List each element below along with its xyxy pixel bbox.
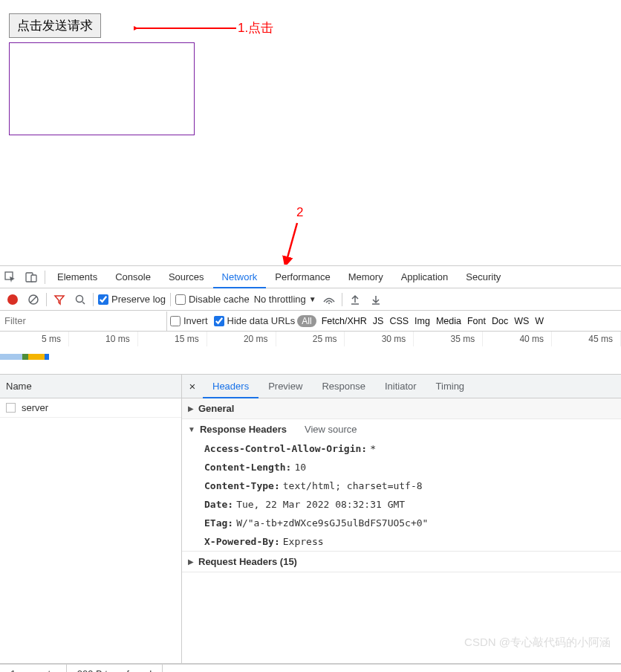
filter-type-img[interactable]: Img bbox=[414, 316, 430, 326]
detail-tab-timing[interactable]: Timing bbox=[426, 375, 475, 398]
network-conditions-icon[interactable] bbox=[321, 291, 337, 308]
hide-data-urls-check[interactable]: Hide data URLs bbox=[214, 315, 296, 326]
detail-tab-headers[interactable]: Headers bbox=[203, 375, 259, 398]
filter-type-js[interactable]: JS bbox=[373, 316, 384, 326]
disable-cache-label: Disable cache bbox=[189, 294, 250, 305]
header-content-type: Content-Type:text/html; charset=utf-8 bbox=[182, 476, 621, 495]
filter-type-fetch[interactable]: Fetch/XHR bbox=[322, 316, 367, 326]
result-box bbox=[9, 42, 195, 135]
tl-tick: 15 ms bbox=[138, 332, 207, 346]
tl-tick: 25 ms bbox=[276, 332, 345, 346]
disable-cache-check[interactable]: Disable cache bbox=[175, 294, 250, 305]
upload-har-icon[interactable] bbox=[347, 291, 363, 308]
filter-row: Invert Hide data URLs All Fetch/XHR JS C… bbox=[0, 311, 621, 332]
request-headers-label: Request Headers (15) bbox=[198, 556, 297, 567]
tl-tick: 20 ms bbox=[207, 332, 276, 346]
tab-sources[interactable]: Sources bbox=[160, 266, 213, 288]
tab-elements[interactable]: Elements bbox=[48, 266, 106, 288]
tl-tick: 30 ms bbox=[345, 332, 414, 346]
tl-tick: 45 ms bbox=[552, 332, 621, 346]
header-content-length: Content-Length:10 bbox=[182, 458, 621, 476]
preserve-log-label: Preserve log bbox=[111, 294, 166, 305]
network-toolbar: Preserve log Disable cache No throttling… bbox=[0, 288, 621, 311]
svg-point-10 bbox=[77, 295, 83, 302]
header-etag: ETag:W/"a-tb+zdWXce9sGJ5ulBdFS7UO5c+0" bbox=[182, 514, 621, 532]
detail-tab-response[interactable]: Response bbox=[312, 375, 375, 398]
annotation-2: 2 bbox=[296, 205, 303, 220]
response-headers-label: Response Headers bbox=[200, 424, 287, 435]
inspect-icon[interactable] bbox=[0, 267, 21, 288]
close-icon[interactable]: × bbox=[182, 380, 203, 392]
filter-type-all[interactable]: All bbox=[297, 315, 316, 327]
header-acao: Access-Control-Allow-Origin:* bbox=[182, 439, 621, 458]
tl-tick: 35 ms bbox=[414, 332, 483, 346]
devtools-tabstrip: Elements Console Sources Network Perform… bbox=[0, 266, 621, 288]
invert-label: Invert bbox=[183, 315, 208, 326]
general-label: General bbox=[198, 403, 234, 414]
tab-network[interactable]: Network bbox=[213, 266, 267, 288]
status-bar: 1 requests 209 B transferred bbox=[0, 664, 621, 672]
view-source-link[interactable]: View source bbox=[305, 424, 357, 435]
svg-line-1 bbox=[287, 223, 297, 260]
filter-type-ws[interactable]: WS bbox=[514, 316, 529, 326]
clear-icon[interactable] bbox=[25, 291, 42, 308]
file-icon bbox=[6, 403, 16, 413]
response-headers-section[interactable]: ▼Response HeadersView source bbox=[182, 419, 621, 439]
general-section[interactable]: ▶General bbox=[182, 398, 621, 419]
throttling-select[interactable]: No throttling▼ bbox=[254, 294, 316, 305]
status-transferred: 209 B transferred bbox=[67, 665, 163, 672]
watermark: CSDN @专心敲代码的小阿涵 bbox=[464, 636, 611, 650]
filter-icon[interactable] bbox=[51, 291, 68, 308]
tab-application[interactable]: Application bbox=[392, 266, 458, 288]
filter-type-wasm[interactable]: W bbox=[535, 316, 544, 326]
tab-performance[interactable]: Performance bbox=[266, 266, 339, 288]
detail-tab-initiator[interactable]: Initiator bbox=[375, 375, 426, 398]
request-headers-section[interactable]: ▶Request Headers (15) bbox=[182, 552, 621, 572]
svg-point-12 bbox=[328, 303, 330, 304]
filter-input[interactable] bbox=[0, 311, 167, 331]
hide-data-label: Hide data URLs bbox=[227, 315, 296, 326]
preserve-log-check[interactable]: Preserve log bbox=[98, 294, 166, 305]
device-toggle-icon[interactable] bbox=[21, 267, 42, 288]
svg-line-9 bbox=[30, 297, 36, 303]
request-row[interactable]: server bbox=[0, 398, 181, 418]
send-request-button[interactable]: 点击发送请求 bbox=[9, 13, 101, 38]
request-name: server bbox=[22, 402, 48, 413]
status-requests: 1 requests bbox=[0, 665, 67, 672]
timeline-overview[interactable]: 5 ms 10 ms 15 ms 20 ms 25 ms 30 ms 35 ms… bbox=[0, 332, 621, 375]
header-x-powered-by: X-Powered-By:Express bbox=[182, 532, 621, 551]
filter-type-media[interactable]: Media bbox=[436, 316, 461, 326]
devtools-panel: Elements Console Sources Network Perform… bbox=[0, 265, 621, 672]
tl-tick: 5 ms bbox=[0, 332, 69, 346]
tab-memory[interactable]: Memory bbox=[339, 266, 392, 288]
detail-tab-preview[interactable]: Preview bbox=[259, 375, 312, 398]
tl-tick: 10 ms bbox=[69, 332, 138, 346]
tab-console[interactable]: Console bbox=[106, 266, 160, 288]
throttling-label: No throttling bbox=[254, 294, 306, 305]
search-icon[interactable] bbox=[72, 291, 88, 308]
filter-type-doc[interactable]: Doc bbox=[492, 316, 508, 326]
svg-line-11 bbox=[82, 302, 85, 304]
svg-rect-7 bbox=[31, 275, 36, 282]
download-har-icon[interactable] bbox=[368, 291, 384, 308]
record-button[interactable] bbox=[4, 291, 21, 308]
request-detail: × Headers Preview Response Initiator Tim… bbox=[182, 375, 621, 663]
filter-type-css[interactable]: CSS bbox=[389, 316, 409, 326]
tl-tick: 40 ms bbox=[483, 332, 552, 346]
name-column-header[interactable]: Name bbox=[0, 375, 181, 398]
invert-check[interactable]: Invert bbox=[170, 315, 208, 326]
header-date: Date:Tue, 22 Mar 2022 08:32:31 GMT bbox=[182, 495, 621, 514]
tab-security[interactable]: Security bbox=[457, 266, 510, 288]
request-list: Name server bbox=[0, 375, 182, 663]
filter-type-font[interactable]: Font bbox=[467, 316, 486, 326]
